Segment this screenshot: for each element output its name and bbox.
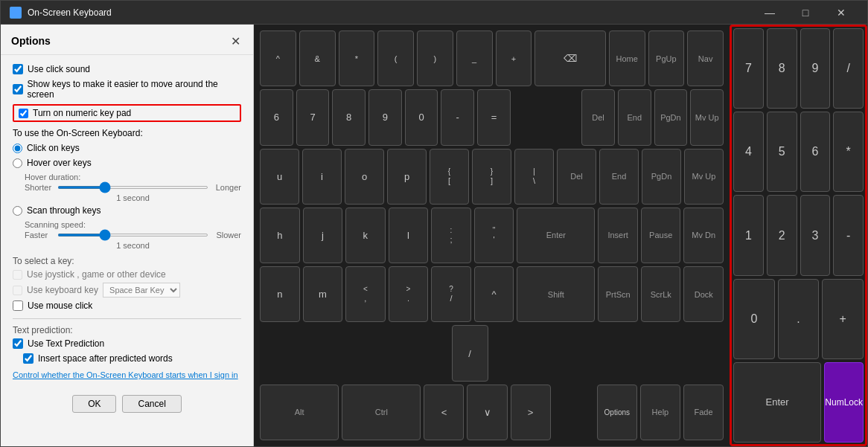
close-window-button[interactable]: ✕: [824, 1, 858, 24]
key-dock[interactable]: Dock: [683, 266, 724, 322]
key-6[interactable]: 6: [260, 89, 293, 145]
key-l[interactable]: l: [389, 208, 429, 263]
ok-button[interactable]: OK: [72, 395, 116, 413]
key-nav[interactable]: Nav: [687, 30, 724, 86]
cancel-button[interactable]: Cancel: [122, 395, 181, 413]
key-asterisk[interactable]: *: [339, 30, 375, 86]
numpad-enter[interactable]: Enter: [733, 362, 821, 443]
key-equals[interactable]: =: [477, 89, 511, 145]
key-o[interactable]: o: [345, 149, 384, 205]
key-del[interactable]: Del: [581, 89, 615, 145]
key-pgdn-2[interactable]: PgDn: [642, 149, 681, 205]
key-9[interactable]: 9: [368, 89, 402, 145]
key-left-arrow[interactable]: <: [424, 385, 464, 440]
mouse-click-checkbox[interactable]: [13, 300, 23, 311]
key-mvup-2[interactable]: Mv Up: [684, 149, 724, 205]
key-minus[interactable]: -: [441, 89, 474, 145]
key-question[interactable]: ?/: [431, 266, 471, 322]
hover-over-keys-radio[interactable]: [13, 158, 22, 168]
numpad-subtract[interactable]: -: [833, 195, 864, 275]
key-m[interactable]: m: [303, 266, 343, 322]
key-8[interactable]: 8: [332, 89, 366, 145]
key-7[interactable]: 7: [296, 89, 330, 145]
numeric-keypad-checkbox[interactable]: [19, 109, 28, 118]
numpad-0[interactable]: 0: [733, 279, 775, 359]
key-options[interactable]: Options: [597, 385, 637, 440]
key-ampersand[interactable]: &: [299, 30, 336, 86]
key-underscore[interactable]: _: [456, 30, 493, 86]
key-open-paren[interactable]: (: [377, 30, 414, 86]
key-right-arrow[interactable]: >: [511, 385, 551, 440]
numpad-8[interactable]: 8: [767, 28, 797, 109]
insert-space-checkbox[interactable]: [23, 353, 33, 364]
key-n[interactable]: n: [260, 266, 300, 322]
numpad-divide[interactable]: /: [833, 28, 864, 109]
numpad-9[interactable]: 9: [800, 28, 831, 109]
keyboard-key-checkbox[interactable]: [13, 286, 22, 295]
numpad-5[interactable]: 5: [767, 112, 797, 192]
key-prtscn[interactable]: PrtScn: [598, 266, 638, 322]
use-text-pred-checkbox[interactable]: [13, 338, 23, 349]
joystick-checkbox[interactable]: [13, 270, 22, 280]
key-pipe[interactable]: |\: [514, 149, 554, 205]
numpad-decimal[interactable]: .: [778, 279, 820, 359]
numpad-2[interactable]: 2: [767, 195, 797, 275]
key-quote[interactable]: "': [474, 208, 514, 263]
key-mvup[interactable]: Mv Up: [690, 89, 724, 145]
numpad-4[interactable]: 4: [733, 112, 764, 192]
key-colon[interactable]: :;: [431, 208, 471, 263]
maximize-button[interactable]: □: [788, 1, 823, 24]
key-enter[interactable]: Enter: [517, 208, 595, 263]
scan-through-keys-radio[interactable]: [13, 206, 22, 216]
key-help[interactable]: Help: [640, 385, 680, 440]
click-on-keys-radio[interactable]: [13, 144, 22, 153]
numpad-6[interactable]: 6: [800, 112, 831, 192]
key-brace-close[interactable]: }]: [472, 149, 511, 205]
key-p[interactable]: p: [387, 149, 427, 205]
key-down-arrow[interactable]: ∨: [467, 385, 507, 440]
key-angle-close[interactable]: >.: [389, 266, 429, 322]
key-end[interactable]: End: [618, 89, 651, 145]
key-backspace[interactable]: ⌫: [534, 30, 606, 86]
key-mvdn[interactable]: Mv Dn: [683, 208, 724, 263]
numpad-numlock[interactable]: NumLock: [824, 362, 864, 443]
key-angle-open[interactable]: <,: [345, 266, 386, 322]
show-keys-checkbox[interactable]: [13, 84, 23, 94]
key-u[interactable]: u: [260, 149, 299, 205]
key-shift-up[interactable]: ^: [474, 266, 514, 322]
key-h[interactable]: h: [260, 208, 300, 263]
key-j[interactable]: j: [303, 208, 343, 263]
key-0[interactable]: 0: [405, 89, 438, 145]
key-pgdn[interactable]: PgDn: [654, 89, 688, 145]
minimize-button[interactable]: —: [753, 1, 787, 24]
sign-in-link[interactable]: Control whether the On-Screen Keyboard s…: [13, 370, 238, 379]
key-shift[interactable]: Shift: [517, 266, 595, 322]
numpad-1[interactable]: 1: [733, 195, 764, 275]
numpad-3[interactable]: 3: [800, 195, 831, 275]
key-k[interactable]: k: [345, 208, 386, 263]
keyboard-key-select[interactable]: Space Bar Key: [103, 283, 180, 298]
key-ctrl[interactable]: Ctrl: [342, 385, 421, 440]
use-click-sound-checkbox[interactable]: [13, 64, 23, 74]
key-scrlk[interactable]: ScrLk: [641, 266, 681, 322]
key-close-paren[interactable]: ): [417, 30, 453, 86]
key-brace-open[interactable]: {[: [430, 149, 469, 205]
key-slash[interactable]: /: [452, 325, 488, 381]
numpad-7[interactable]: 7: [733, 28, 764, 109]
key-i[interactable]: i: [302, 149, 342, 205]
key-pgup[interactable]: PgUp: [648, 30, 685, 86]
key-pause[interactable]: Pause: [641, 208, 681, 263]
numpad-multiply[interactable]: *: [833, 112, 864, 192]
dialog-close-button[interactable]: ✕: [228, 33, 243, 48]
key-home[interactable]: Home: [609, 30, 645, 86]
key-plus[interactable]: +: [496, 30, 532, 86]
numpad-add[interactable]: +: [822, 279, 864, 359]
key-end-2[interactable]: End: [599, 149, 639, 205]
key-insert[interactable]: Insert: [598, 208, 638, 263]
key-alt[interactable]: Alt: [260, 385, 339, 440]
hover-duration-slider[interactable]: [57, 186, 208, 189]
scanning-speed-slider[interactable]: [57, 234, 208, 237]
key-fade[interactable]: Fade: [683, 385, 724, 440]
key-del-2[interactable]: Del: [557, 149, 596, 205]
key-caret[interactable]: ^: [260, 30, 296, 86]
